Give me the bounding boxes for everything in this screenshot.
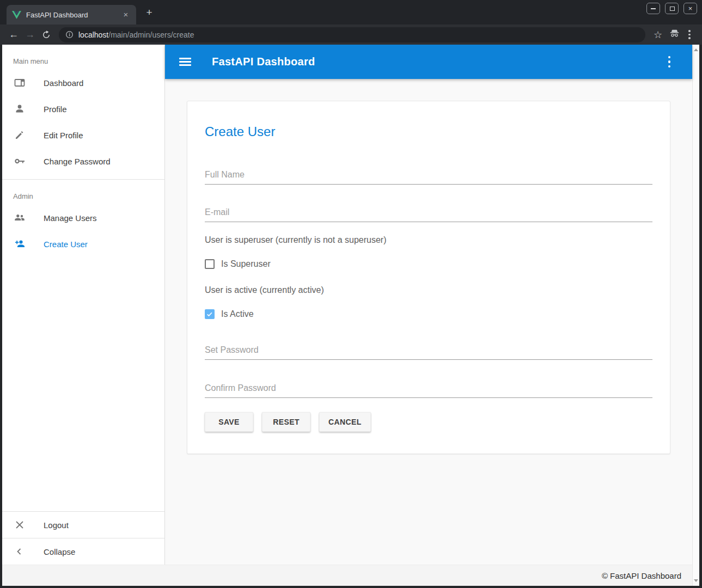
active-hint: User is active (currently active) [205,285,652,295]
is-superuser-label: Is Superuser [221,259,271,269]
sidebar-item-create-user[interactable]: Create User [2,231,164,257]
person-icon [13,102,26,115]
cancel-button[interactable]: CANCEL [319,412,371,432]
is-superuser-checkbox[interactable] [205,259,215,269]
sidebar-item-label: Create User [44,240,88,249]
person-add-icon [13,237,26,250]
window-controls: × [646,3,697,14]
forward-button[interactable]: → [22,29,38,40]
people-icon [13,211,26,224]
browser-tab[interactable]: FastAPI Dashboard × [7,5,136,24]
hamburger-menu-icon[interactable] [179,56,191,68]
sidebar-item-dashboard[interactable]: Dashboard [2,70,164,96]
key-icon [13,155,26,168]
url-path: /main/admin/users/create [108,30,194,39]
sidebar-item-label: Edit Profile [44,131,83,140]
button-row: SAVE RESET CANCEL [205,412,652,432]
browser-toolbar: ← → localhost/main/admin/users/create ☆ [0,24,702,45]
is-active-label: Is Active [221,309,254,319]
sidebar-section-main-menu: Main menu [2,45,164,70]
new-tab-button[interactable]: + [143,6,156,19]
tab-title: FastAPI Dashboard [26,11,121,19]
window-minimize-button[interactable] [646,3,660,14]
is-active-checkbox[interactable] [205,309,215,319]
set-password-label: Set Password [205,345,259,354]
sidebar-spacer [2,257,164,511]
page-footer: © FastAPI Dashboard [2,565,692,586]
sidebar-item-profile[interactable]: Profile [2,96,164,122]
confirm-password-label: Confirm Password [205,383,276,393]
sidebar-item-label: Change Password [44,157,111,166]
full-name-label: Full Name [205,170,245,179]
logout-x-icon [13,518,26,531]
address-bar[interactable]: localhost/main/admin/users/create [59,27,645,42]
tab-close-icon[interactable]: × [121,10,131,20]
is-active-row: Is Active [205,309,652,319]
create-user-card: Create User Full Name E-mail User is sup… [187,101,670,454]
vue-logo-icon [12,11,21,19]
set-password-field[interactable]: Set Password [205,345,652,360]
appbar-title: FastAPI Dashboard [212,56,663,68]
sidebar-item-label: Manage Users [44,213,97,223]
window-maximize-button[interactable] [665,3,679,14]
page-scrollbar[interactable] [692,45,699,586]
app-bar: FastAPI Dashboard [165,45,692,79]
minimize-icon [651,8,656,9]
email-label: E-mail [205,207,229,217]
main-area: FastAPI Dashboard Create User Full Name … [165,45,692,565]
sidebar-item-label: Dashboard [44,78,83,88]
page-title: Create User [205,124,652,139]
save-button[interactable]: SAVE [205,412,253,432]
superuser-hint: User is superuser (currently is not a su… [205,235,652,245]
chevron-left-icon [13,545,26,558]
browser-menu-button[interactable] [682,30,697,39]
site-info-icon[interactable] [65,30,74,39]
sidebar-item-edit-profile[interactable]: Edit Profile [2,122,164,148]
sidebar-item-manage-users[interactable]: Manage Users [2,205,164,231]
sidebar-item-label: Collapse [44,547,75,556]
maximize-icon [670,7,675,11]
content-area: Create User Full Name E-mail User is sup… [165,79,692,565]
back-button[interactable]: ← [5,29,22,40]
incognito-icon [666,28,682,41]
sidebar-item-label: Profile [44,105,67,114]
sidebar-item-label: Logout [44,520,69,530]
scroll-up-arrow-icon[interactable] [694,48,698,51]
browser-tab-strip: FastAPI Dashboard × + × [0,0,702,24]
browser-window: FastAPI Dashboard × + × ← → localhost/ma… [0,0,702,588]
sidebar-item-collapse[interactable]: Collapse [2,538,164,565]
reset-button[interactable]: RESET [262,412,310,432]
pencil-icon [13,128,26,142]
page-viewport: Main menu Dashboard [2,45,699,586]
confirm-password-field[interactable]: Confirm Password [205,383,652,398]
dashboard-icon [13,76,26,89]
appbar-menu-button[interactable] [663,56,676,68]
full-name-field[interactable]: Full Name [205,170,652,185]
close-icon: × [684,3,697,14]
sidebar-item-logout[interactable]: Logout [2,512,164,538]
reload-button[interactable] [38,29,54,40]
sidebar-section-admin: Admin [2,180,164,205]
url-host: localhost [78,30,108,39]
window-close-button[interactable]: × [683,3,697,14]
email-field[interactable]: E-mail [205,207,652,222]
sidebar: Main menu Dashboard [2,45,165,565]
copyright-text: © FastAPI Dashboard [602,571,681,580]
scroll-down-arrow-icon[interactable] [694,579,698,582]
sidebar-item-change-password[interactable]: Change Password [2,148,164,174]
is-superuser-row: Is Superuser [205,259,652,269]
bookmark-star-icon[interactable]: ☆ [650,29,666,41]
